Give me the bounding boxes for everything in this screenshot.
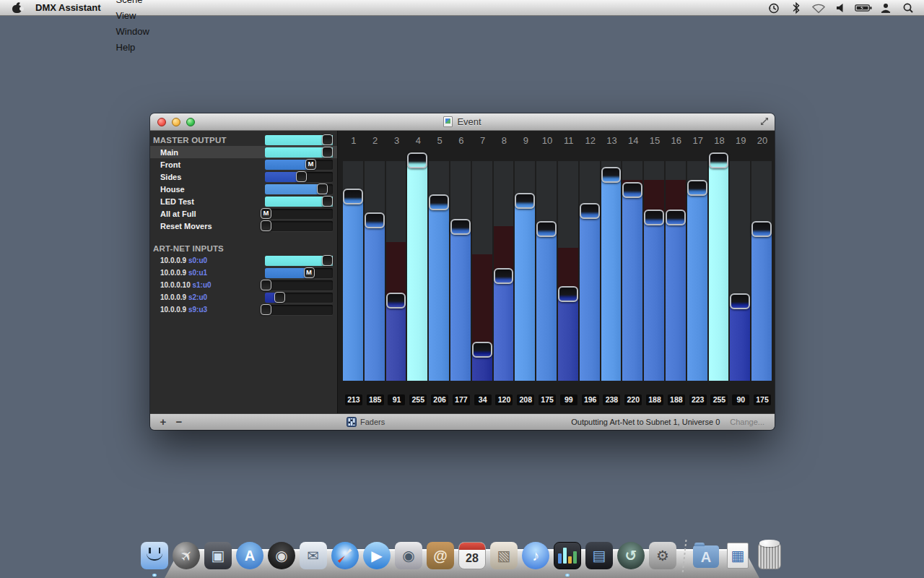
master-item-main-slider[interactable] [265,147,333,158]
artnet-item-s2-u0-slider[interactable] [265,293,333,303]
menu-view[interactable]: View [109,8,157,24]
master-item-front[interactable]: FrontM [150,158,337,171]
fader-knob[interactable] [472,342,492,358]
fader-bar[interactable] [730,303,750,381]
artnet-item-s0-u1-slider-knob[interactable]: M [304,267,315,278]
zoom-button[interactable] [186,118,195,126]
volume-icon[interactable] [832,0,850,16]
document-proxy-icon[interactable] [443,116,453,127]
master-item-sides-slider[interactable] [265,172,333,182]
fader-channel-14[interactable] [622,161,642,381]
wifi-icon[interactable] [810,0,827,16]
fader-bar[interactable] [365,223,385,381]
fader-channel-3[interactable] [386,161,406,381]
fader-bar[interactable] [622,192,642,381]
fader-bar[interactable] [644,220,664,381]
fader-bar[interactable] [751,231,772,381]
mail-icon[interactable]: ✉ [299,541,328,570]
dashboard-icon[interactable]: ◉ [267,541,296,570]
trash-icon[interactable] [755,541,784,570]
artnet-item-s2-u0[interactable]: 10.0.0.9 s2:u0 [150,291,337,303]
change-output-link[interactable]: Change... [730,418,764,426]
fader-knob[interactable] [494,268,514,284]
ichat-icon[interactable]: ▶ [362,541,391,570]
fader-knob[interactable] [709,152,729,168]
dmx-assistant-dock-icon[interactable] [553,541,582,570]
master-item-house-slider[interactable] [265,184,333,194]
fader-bar[interactable] [450,229,471,381]
master-item-sides-slider-knob[interactable] [296,171,307,182]
fader-bar[interactable] [515,203,535,381]
system-preferences-icon[interactable]: ⚙ [648,541,677,570]
master-item-led-test-slider[interactable] [265,197,333,207]
artnet-item-s0-u1-slider[interactable]: M [265,268,333,278]
bluetooth-icon[interactable] [788,0,805,16]
fader-knob[interactable] [407,152,427,168]
menu-app-name[interactable]: DMX Assistant [27,0,109,16]
master-item-led-test[interactable]: LED Test [150,195,337,207]
spotlight-icon[interactable] [899,0,917,16]
midi-app-icon[interactable]: ▤ [585,541,614,570]
master-item-front-slider[interactable]: M [265,160,333,170]
time-machine-icon[interactable] [765,0,783,16]
artnet-item-s0-u0-slider-knob[interactable] [322,255,333,266]
fader-knob[interactable] [601,167,622,183]
fader-knob[interactable] [687,180,707,196]
artnet-item-s9-u3[interactable]: 10.0.0.9 s9:u3 [150,303,337,316]
fader-channel-17[interactable] [687,161,707,381]
fader-knob[interactable] [536,221,557,237]
fader-bar[interactable] [666,220,686,381]
fader-channel-15[interactable] [644,161,664,381]
fader-knob[interactable] [515,193,535,209]
fader-knob[interactable] [751,221,772,237]
safari-icon[interactable] [331,541,359,570]
fader-channel-6[interactable] [450,161,471,381]
window-title-bar[interactable]: Event [150,113,775,131]
master-item-all-at-full[interactable]: All at FullM [150,207,337,220]
fader-channel-13[interactable] [601,161,622,381]
apple-menu[interactable] [6,3,27,13]
master-item-all-at-full-slider-knob[interactable]: M [261,208,271,219]
finder-icon[interactable] [140,541,169,570]
master-item-led-test-slider-knob[interactable] [322,196,333,207]
close-button[interactable] [157,118,166,126]
fader-channel-9[interactable] [515,161,535,381]
fader-knob[interactable] [622,182,642,198]
fader-channel-2[interactable] [365,161,385,381]
menu-window[interactable]: Window [109,24,157,40]
fader-channel-19[interactable] [730,161,750,381]
fader-bar[interactable] [709,163,729,381]
master-item-front-slider-knob[interactable]: M [305,159,316,170]
user-icon[interactable] [877,0,894,16]
add-button[interactable]: + [156,414,170,431]
dmx-document-icon[interactable]: ▦ [723,541,752,570]
fader-bar[interactable] [601,177,622,381]
fader-knob[interactable] [429,194,449,210]
minimize-button[interactable] [172,118,180,126]
master-item-reset-movers[interactable]: Reset Movers [150,220,337,232]
master-output-slider-knob[interactable] [322,134,333,145]
fader-bar[interactable] [429,204,449,381]
ical-icon[interactable]: 28 [458,541,487,570]
fader-bar[interactable] [580,213,600,381]
fader-bar[interactable] [343,199,363,381]
fader-bar[interactable] [386,303,406,381]
fader-channel-20[interactable] [751,161,772,381]
photo-booth-icon[interactable]: ▧ [489,541,518,570]
master-item-reset-movers-slider-knob[interactable] [261,220,271,231]
fader-channel-5[interactable] [429,161,449,381]
fader-knob[interactable] [343,189,363,204]
artnet-item-s1-u0-slider[interactable] [265,280,333,290]
artnet-item-s0-u0[interactable]: 10.0.0.9 s0:u0 [150,254,337,267]
fader-channel-10[interactable] [536,161,557,381]
app-store-icon[interactable]: A [235,541,264,570]
address-book-icon[interactable]: @ [426,541,455,570]
fader-channel-16[interactable] [666,161,686,381]
fader-knob[interactable] [450,219,471,235]
fader-knob[interactable] [558,286,578,302]
master-item-reset-movers-slider[interactable] [265,221,333,231]
artnet-item-s2-u0-slider-knob[interactable] [274,292,285,303]
fader-bar[interactable] [536,231,557,381]
time-machine-icon[interactable]: ↺ [616,541,645,570]
fader-channel-8[interactable] [494,161,514,381]
